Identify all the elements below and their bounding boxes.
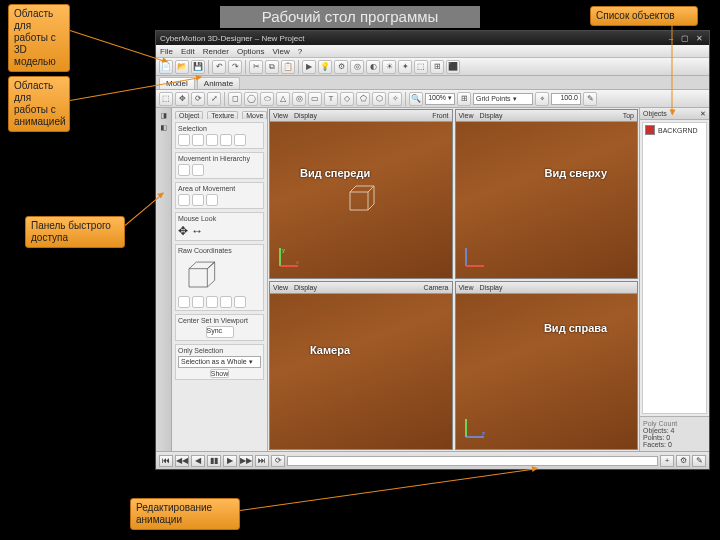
- timeline-rew-icon[interactable]: ◀◀: [175, 455, 189, 467]
- orientation-cube[interactable]: [178, 256, 222, 296]
- tb-save-icon[interactable]: 💾: [191, 60, 205, 74]
- tb-redo-icon[interactable]: ↷: [228, 60, 242, 74]
- vtab[interactable]: ◨: [160, 124, 168, 132]
- grid-value-input[interactable]: 100.0: [551, 93, 581, 105]
- sel-icon[interactable]: [220, 134, 232, 146]
- tb-grid-icon[interactable]: ⊞: [457, 92, 471, 106]
- coord-icon[interactable]: [178, 296, 190, 308]
- show-button[interactable]: Show: [210, 369, 230, 378]
- tb-paste-icon[interactable]: 📋: [281, 60, 295, 74]
- timeline-pause-icon[interactable]: ▮▮: [207, 455, 221, 467]
- coord-icon[interactable]: [192, 296, 204, 308]
- tb-tool-icon[interactable]: ⚙: [334, 60, 348, 74]
- object-list[interactable]: BACKGRND: [642, 122, 707, 414]
- arrow: [672, 25, 673, 115]
- tb-light-icon[interactable]: 💡: [318, 60, 332, 74]
- area-icon[interactable]: [178, 194, 190, 206]
- tb-torus-icon[interactable]: ◎: [292, 92, 306, 106]
- timeline-fwd-icon[interactable]: ▶▶: [239, 455, 253, 467]
- tb-copy-icon[interactable]: ⧉: [265, 60, 279, 74]
- zoom-input[interactable]: 100% ▾: [425, 93, 455, 105]
- panel-close-icon[interactable]: ✕: [700, 110, 706, 118]
- timeline-last-icon[interactable]: ⏭: [255, 455, 269, 467]
- tb-cylinder-icon[interactable]: ⬭: [260, 92, 274, 106]
- timeline-play-icon[interactable]: ▶: [223, 455, 237, 467]
- timeline-loop-icon[interactable]: ⟳: [271, 455, 285, 467]
- tb-shape-icon[interactable]: ⬡: [372, 92, 386, 106]
- timeline-edit-icon[interactable]: ✎: [692, 455, 706, 467]
- maximize-button[interactable]: ▢: [679, 34, 691, 43]
- tb-shape-icon[interactable]: ✧: [388, 92, 402, 106]
- sync-button[interactable]: Sync: [206, 326, 234, 338]
- timeline-prev-icon[interactable]: ◀: [191, 455, 205, 467]
- vp-menu-view[interactable]: View: [273, 284, 288, 291]
- tb-plane-icon[interactable]: ▭: [308, 92, 322, 106]
- vtab[interactable]: ◧: [160, 112, 168, 120]
- timeline-track[interactable]: [287, 456, 658, 466]
- timeline-first-icon[interactable]: ⏮: [159, 455, 173, 467]
- sel-icon[interactable]: [178, 134, 190, 146]
- menu-view[interactable]: View: [273, 47, 290, 56]
- timeline-add-icon[interactable]: +: [660, 455, 674, 467]
- tb-undo-icon[interactable]: ↶: [212, 60, 226, 74]
- vp-menu-display[interactable]: Display: [480, 112, 503, 119]
- sel-icon[interactable]: [206, 134, 218, 146]
- viewport-front[interactable]: View Display Front Вид спереди yx: [269, 109, 453, 279]
- tb-cut-icon[interactable]: ✂: [249, 60, 263, 74]
- vp-menu-display[interactable]: Display: [294, 112, 317, 119]
- sidetab-move[interactable]: Move: [242, 111, 267, 119]
- menu-help[interactable]: ?: [298, 47, 302, 56]
- viewport-camera[interactable]: View Display Camera Камера: [269, 281, 453, 451]
- vp-menu-view[interactable]: View: [273, 112, 288, 119]
- mv-icon[interactable]: [178, 164, 190, 176]
- coord-icon[interactable]: [206, 296, 218, 308]
- menu-file[interactable]: File: [160, 47, 173, 56]
- tb-misc-icon[interactable]: ✎: [583, 92, 597, 106]
- tb-tool-icon[interactable]: ✦: [398, 60, 412, 74]
- tb-snap-icon[interactable]: ⌖: [535, 92, 549, 106]
- tb-scale-icon[interactable]: ⤢: [207, 92, 221, 106]
- tb-cone-icon[interactable]: △: [276, 92, 290, 106]
- section-header: Area of Movement: [178, 185, 261, 192]
- tb-tool-icon[interactable]: ⬚: [414, 60, 428, 74]
- tb-tool-icon[interactable]: ⊞: [430, 60, 444, 74]
- tb-text-icon[interactable]: T: [324, 92, 338, 106]
- object-item[interactable]: BACKGRND: [645, 125, 704, 135]
- menu-options[interactable]: Options: [237, 47, 265, 56]
- tb-shape-icon[interactable]: ◇: [340, 92, 354, 106]
- tb-render-icon[interactable]: ▶: [302, 60, 316, 74]
- sel-icon[interactable]: [234, 134, 246, 146]
- coord-icon[interactable]: [220, 296, 232, 308]
- area-icon[interactable]: [206, 194, 218, 206]
- vp-menu-display[interactable]: Display: [294, 284, 317, 291]
- tb-open-icon[interactable]: 📂: [175, 60, 189, 74]
- close-button[interactable]: ✕: [693, 34, 705, 43]
- coord-icon[interactable]: [234, 296, 246, 308]
- tb-tool-icon[interactable]: ◐: [366, 60, 380, 74]
- tb-rotate-icon[interactable]: ⟳: [191, 92, 205, 106]
- sel-icon[interactable]: [192, 134, 204, 146]
- tb-tool-icon[interactable]: ⬛: [446, 60, 460, 74]
- vp-menu-view[interactable]: View: [459, 284, 474, 291]
- mv-icon[interactable]: [192, 164, 204, 176]
- timeline-gear-icon[interactable]: ⚙: [676, 455, 690, 467]
- grid-mode-select[interactable]: Grid Points ▾: [473, 93, 533, 105]
- sidetab-object[interactable]: Object: [175, 111, 203, 119]
- area-icon[interactable]: [192, 194, 204, 206]
- tb-tool-icon[interactable]: ☀: [382, 60, 396, 74]
- selection-mode-select[interactable]: Selection as a Whole ▾: [178, 356, 261, 368]
- tb-cube-icon[interactable]: ◻: [228, 92, 242, 106]
- tb-sphere-icon[interactable]: ◯: [244, 92, 258, 106]
- tb-select-icon[interactable]: ⬚: [159, 92, 173, 106]
- vp-menu-view[interactable]: View: [459, 112, 474, 119]
- tb-shape-icon[interactable]: ⬠: [356, 92, 370, 106]
- tb-tool-icon[interactable]: ◎: [350, 60, 364, 74]
- viewport-right[interactable]: View Display Вид справа z: [455, 281, 639, 451]
- sidetab-texture[interactable]: Texture: [207, 111, 238, 119]
- tb-zoom-icon[interactable]: 🔍: [409, 92, 423, 106]
- menu-render[interactable]: Render: [203, 47, 229, 56]
- menu-edit[interactable]: Edit: [181, 47, 195, 56]
- tb-move-icon[interactable]: ✥: [175, 92, 189, 106]
- viewport-top[interactable]: View Display Top Вид сверху: [455, 109, 639, 279]
- vp-menu-display[interactable]: Display: [480, 284, 503, 291]
